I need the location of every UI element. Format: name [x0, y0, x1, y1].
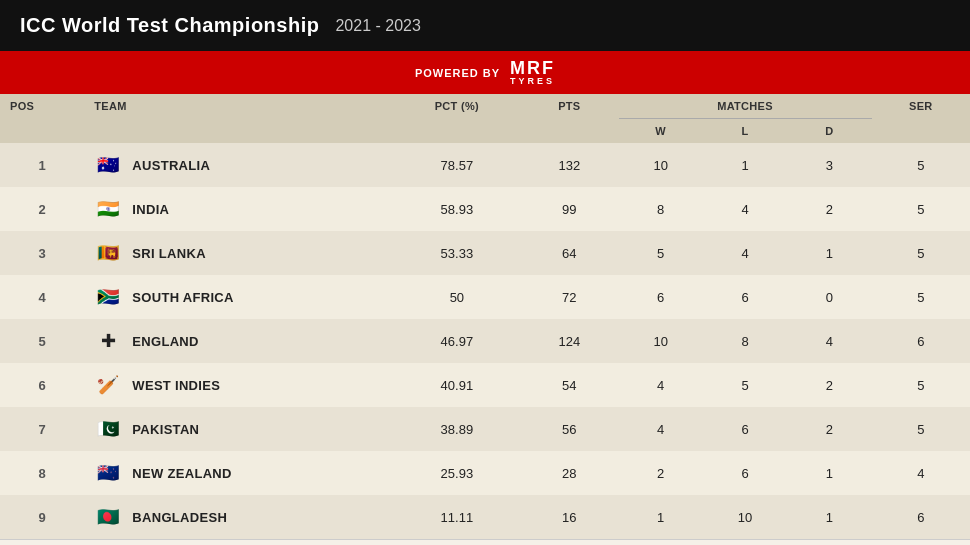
team-flag: 🇿🇦	[94, 286, 122, 308]
l-cell: 4	[703, 231, 787, 275]
pos-cell: 3	[0, 231, 84, 275]
ser-cell: 6	[872, 495, 970, 539]
team-cell: 🇦🇺 AUSTRALIA	[84, 143, 393, 187]
column-headers: POS TEAM PCT (%) PTS MATCHES SER	[0, 94, 970, 119]
pts-cell: 64	[520, 231, 618, 275]
team-name: BANGLADESH	[132, 510, 227, 525]
ser-cell: 5	[872, 275, 970, 319]
pos-cell: 9	[0, 495, 84, 539]
team-name: ENGLAND	[132, 334, 198, 349]
l-cell: 6	[703, 275, 787, 319]
ser-cell: 6	[872, 319, 970, 363]
table-row: 5 ✚ ENGLAND 46.97 124 10 8 4 6	[0, 319, 970, 363]
team-name: PAKISTAN	[132, 422, 199, 437]
pts-header: PTS	[520, 94, 618, 119]
standings-table-wrapper: POS TEAM PCT (%) PTS MATCHES SER W L D	[0, 94, 970, 539]
w-cell: 2	[619, 451, 703, 495]
team-cell: 🇳🇿 NEW ZEALAND	[84, 451, 393, 495]
d-cell: 1	[787, 495, 871, 539]
team-flag: 🇮🇳	[94, 198, 122, 220]
table-row: 7 🇵🇰 PAKISTAN 38.89 56 4 6 2 5	[0, 407, 970, 451]
d-cell: 4	[787, 319, 871, 363]
table-row: 1 🇦🇺 AUSTRALIA 78.57 132 10 1 3 5	[0, 143, 970, 187]
team-flag: 🇱🇰	[94, 242, 122, 264]
team-cell: 🏏 WEST INDIES	[84, 363, 393, 407]
standings-table: POS TEAM PCT (%) PTS MATCHES SER W L D	[0, 94, 970, 539]
d-cell: 3	[787, 143, 871, 187]
ser-cell: 5	[872, 143, 970, 187]
ser-sub	[872, 119, 970, 144]
pts-cell: 56	[520, 407, 618, 451]
table-row: 6 🏏 WEST INDIES 40.91 54 4 5 2 5	[0, 363, 970, 407]
page-title: ICC World Test Championship	[20, 14, 319, 37]
team-name: NEW ZEALAND	[132, 466, 231, 481]
pts-cell: 54	[520, 363, 618, 407]
team-name: SOUTH AFRICA	[132, 290, 233, 305]
main-container: ICC World Test Championship 2021 - 2023 …	[0, 0, 970, 545]
w-cell: 1	[619, 495, 703, 539]
ser-cell: 5	[872, 407, 970, 451]
l-cell: 6	[703, 451, 787, 495]
team-name: WEST INDIES	[132, 378, 220, 393]
pos-cell: 8	[0, 451, 84, 495]
team-name: SRI LANKA	[132, 246, 205, 261]
pct-cell: 50	[394, 275, 521, 319]
team-header: TEAM	[84, 94, 393, 119]
pts-cell: 72	[520, 275, 618, 319]
team-sub	[84, 119, 393, 144]
ser-cell: 5	[872, 363, 970, 407]
l-cell: 6	[703, 407, 787, 451]
pos-cell: 4	[0, 275, 84, 319]
table-row: 2 🇮🇳 INDIA 58.93 99 8 4 2 5	[0, 187, 970, 231]
w-header: W	[619, 119, 703, 144]
w-cell: 10	[619, 319, 703, 363]
tyres-text: TYRES	[510, 77, 555, 86]
pct-sub	[394, 119, 521, 144]
table-row: 3 🇱🇰 SRI LANKA 53.33 64 5 4 1 5	[0, 231, 970, 275]
d-cell: 0	[787, 275, 871, 319]
d-cell: 1	[787, 451, 871, 495]
l-cell: 10	[703, 495, 787, 539]
pts-cell: 124	[520, 319, 618, 363]
team-flag: ✚	[94, 330, 122, 352]
pts-cell: 16	[520, 495, 618, 539]
w-cell: 10	[619, 143, 703, 187]
ser-cell: 5	[872, 187, 970, 231]
team-name: INDIA	[132, 202, 169, 217]
team-flag: 🇳🇿	[94, 462, 122, 484]
pct-cell: 78.57	[394, 143, 521, 187]
pos-header: POS	[0, 94, 84, 119]
year-range: 2021 - 2023	[335, 17, 420, 35]
ser-cell: 4	[872, 451, 970, 495]
team-flag: 🇵🇰	[94, 418, 122, 440]
pts-cell: 99	[520, 187, 618, 231]
pos-cell: 1	[0, 143, 84, 187]
team-cell: 🇵🇰 PAKISTAN	[84, 407, 393, 451]
pos-cell: 2	[0, 187, 84, 231]
pct-cell: 25.93	[394, 451, 521, 495]
pct-cell: 11.11	[394, 495, 521, 539]
table-row: 9 🇧🇩 BANGLADESH 11.11 16 1 10 1 6	[0, 495, 970, 539]
d-cell: 2	[787, 407, 871, 451]
footer-notes: PCT (%): Percentage PTS: Number of point…	[0, 539, 970, 545]
team-cell: 🇮🇳 INDIA	[84, 187, 393, 231]
page-header: ICC World Test Championship 2021 - 2023	[0, 0, 970, 51]
pos-cell: 6	[0, 363, 84, 407]
table-row: 8 🇳🇿 NEW ZEALAND 25.93 28 2 6 1 4	[0, 451, 970, 495]
team-flag: 🏏	[94, 374, 122, 396]
pct-cell: 40.91	[394, 363, 521, 407]
powered-by-text: POWERED BY	[415, 67, 500, 79]
sponsor-bar: POWERED BY MRF TYRES	[0, 51, 970, 94]
pct-cell: 46.97	[394, 319, 521, 363]
mrf-logo: MRF TYRES	[510, 59, 555, 86]
w-cell: 6	[619, 275, 703, 319]
pts-sub	[520, 119, 618, 144]
pts-cell: 132	[520, 143, 618, 187]
pct-cell: 58.93	[394, 187, 521, 231]
d-cell: 2	[787, 187, 871, 231]
pos-sub	[0, 119, 84, 144]
mrf-brand: MRF	[510, 59, 555, 77]
w-cell: 4	[619, 363, 703, 407]
table-body: 1 🇦🇺 AUSTRALIA 78.57 132 10 1 3 5 2 🇮🇳 I…	[0, 143, 970, 539]
pos-cell: 7	[0, 407, 84, 451]
